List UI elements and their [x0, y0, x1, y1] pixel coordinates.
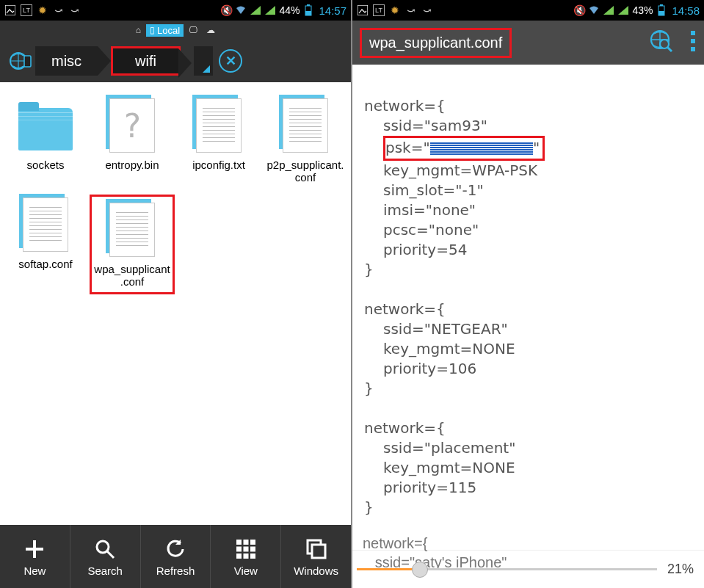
file-label: p2p_supplicant.conf [265, 159, 346, 184]
line: } [364, 380, 374, 397]
svg-rect-3 [305, 11, 311, 15]
svg-rect-12 [250, 546, 255, 551]
home-tab[interactable]: ⌂ [132, 24, 145, 36]
search-icon [92, 537, 117, 562]
psk-hidden-value: password-123 [430, 139, 533, 159]
status-bar-left: LT ✹ ⤻ ⤻ 🔇 44% 14:57 [0, 0, 351, 21]
doc-icon [23, 197, 68, 252]
missed-call-icon-2: ⤻ [69, 4, 81, 16]
seek-thumb[interactable] [412, 562, 428, 578]
new-button[interactable]: New [0, 525, 70, 588]
windows-icon [304, 537, 329, 562]
location-tabs: ⌂ ▯Local 🖵 ☁ [0, 21, 351, 40]
file-sockets[interactable]: sockets [3, 95, 88, 184]
file-p2p[interactable]: p2p_supplicant.conf [263, 95, 348, 184]
svg-rect-5 [24, 56, 31, 67]
breadcrumb: misc wifi ✕ [0, 40, 351, 82]
svg-rect-17 [312, 545, 325, 558]
missed-call-icon: ⤻ [53, 4, 65, 16]
doc-icon [196, 98, 242, 153]
globe-device-icon[interactable] [6, 46, 35, 76]
svg-rect-14 [243, 553, 248, 559]
home-icon: ⌂ [136, 25, 141, 35]
seek-track[interactable] [357, 568, 657, 570]
mute-icon: 🔇 [573, 4, 585, 16]
line: priority=106 [364, 359, 697, 379]
clock: 14:57 [319, 4, 346, 17]
gear-icon: ✹ [389, 4, 401, 16]
breadcrumb-seg-wifi[interactable]: wifi [111, 46, 181, 76]
web-search-icon[interactable] [648, 28, 675, 57]
svg-rect-25 [691, 39, 695, 43]
file-wpa-supplicant[interactable]: wpa_supplicant.conf [90, 195, 175, 295]
file-ipconfig[interactable]: ipconfig.txt [176, 95, 261, 184]
signal-1-icon [250, 4, 261, 16]
viewer-header: wpa_supplicant.conf [352, 21, 704, 65]
line: sim_slot="-1" [364, 181, 697, 200]
line: imsi="none" [364, 200, 697, 220]
breadcrumb-seg-misc[interactable]: misc [35, 46, 98, 76]
file-grid: sockets ? entropy.bin ipconfig.txt p2p_s… [0, 82, 351, 308]
refresh-button[interactable]: Refresh [141, 525, 211, 588]
svg-rect-9 [250, 540, 255, 545]
line: } [364, 261, 374, 278]
file-label: ipconfig.txt [192, 159, 245, 171]
svg-rect-2 [307, 4, 310, 6]
svg-rect-26 [691, 47, 695, 51]
breadcrumb-close-button[interactable]: ✕ [219, 49, 242, 73]
file-manager-screen: LT ✹ ⤻ ⤻ 🔇 44% 14:57 ⌂ ▯Local 🖵 ☁ misc w… [0, 0, 352, 588]
local-tab-label: Local [157, 25, 180, 36]
line: priority=115 [364, 478, 697, 498]
signal-2-icon [264, 4, 276, 16]
file-label: wpa_supplicant.conf [93, 263, 171, 288]
doc-icon [109, 203, 155, 257]
svg-rect-21 [658, 11, 664, 15]
viewer-title: wpa_supplicant.conf [360, 28, 512, 58]
line: ssid="placement" [364, 438, 697, 458]
svg-point-6 [97, 541, 109, 553]
wifi-icon [235, 4, 247, 16]
view-button[interactable]: View [211, 525, 281, 588]
svg-rect-11 [243, 546, 248, 551]
search-button[interactable]: Search [70, 525, 141, 588]
svg-rect-10 [236, 546, 242, 551]
lt-icon: LT [373, 4, 385, 16]
local-tab[interactable]: ▯Local [146, 24, 184, 37]
folder-icon [18, 108, 73, 150]
status-bar-right: LT ✹ ⤻ ⤻ 🔇 43% 14:58 [352, 0, 704, 21]
seek-bar: network={ ssid="saty's iPhone" 21% [352, 550, 704, 588]
overflow-menu-icon[interactable] [689, 29, 697, 56]
cloud-icon: ☁ [206, 25, 215, 35]
line-psk: psk="password-123" [364, 136, 697, 161]
line: key_mgmt=NONE [364, 339, 697, 359]
file-softap[interactable]: softap.conf [3, 195, 88, 295]
missed-call-icon-2: ⤻ [421, 4, 433, 16]
signal-2-icon [617, 4, 629, 16]
pc-tab[interactable]: 🖵 [185, 24, 201, 36]
gallery-icon [4, 4, 16, 16]
seek-fill [357, 568, 420, 570]
line: ssid="sam93" [364, 116, 697, 136]
plus-icon [22, 537, 47, 562]
battery-icon [302, 4, 314, 16]
svg-rect-24 [691, 31, 695, 35]
file-content[interactable]: network={ ssid="sam93"psk="password-123"… [352, 65, 704, 581]
line: network={ [364, 300, 446, 318]
cloud-tab[interactable]: ☁ [203, 24, 219, 36]
grid-icon [233, 537, 258, 562]
doc-unknown-icon: ? [109, 98, 155, 153]
file-entropy[interactable]: ? entropy.bin [90, 95, 175, 184]
phone-icon: ▯ [150, 25, 155, 35]
battery-pct: 43% [632, 4, 653, 16]
text-viewer-screen: LT ✹ ⤻ ⤻ 🔇 43% 14:58 wpa_supplicant.conf… [352, 0, 704, 588]
line: priority=54 [364, 240, 697, 260]
svg-rect-13 [236, 553, 242, 559]
line: pcsc="none" [364, 220, 697, 240]
svg-rect-7 [236, 540, 242, 545]
mute-icon: 🔇 [220, 4, 232, 16]
line: key_mgmt=WPA-PSK [364, 161, 697, 181]
gear-icon: ✹ [37, 4, 48, 16]
svg-rect-8 [243, 540, 248, 545]
windows-button[interactable]: Windows [281, 525, 351, 588]
breadcrumb-dropdown[interactable] [194, 46, 213, 76]
